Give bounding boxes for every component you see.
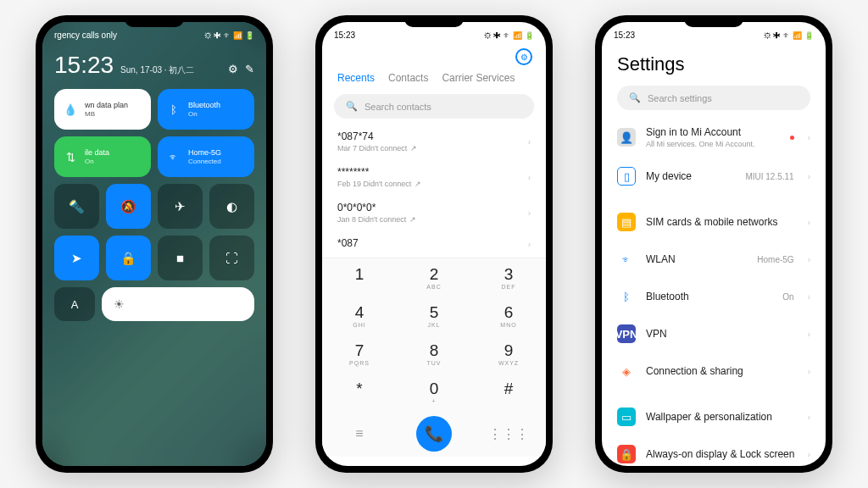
dialpad-icon[interactable]: ⋮⋮⋮ [471,426,546,442]
edit-icon[interactable]: ✎ [245,63,254,75]
phone-icon: ▯ [617,167,636,186]
vpn-row[interactable]: VPN VPN › [617,315,810,352]
key-1[interactable]: 1 [322,258,397,297]
call-row[interactable]: *087*74Mar 7 Didn't connect ↗ › [337,124,531,159]
screenshot-tile[interactable]: ⛶ [209,236,254,280]
dialer-tabs: Recents Contacts Carrier Services [322,67,546,89]
lock-icon: 🔒 [617,445,636,463]
wallpaper-row[interactable]: ▭ Wallpaper & personalization › [617,398,810,435]
notch [125,15,184,27]
auto-brightness-tile[interactable]: A [54,287,95,321]
vpn-icon: VPN [617,324,636,343]
chevron-right-icon: › [808,292,810,302]
chevron-right-icon: › [528,240,531,249]
status-time: 15:23 [614,30,635,40]
mobile-data-tile[interactable]: ⇅ ile dataOn [54,136,151,177]
chevron-right-icon: › [808,133,810,142]
outgoing-icon: ↗ [409,215,416,224]
drop-icon: 💧 [63,102,78,117]
key-2[interactable]: 2ABC [397,258,471,297]
airplane-tile[interactable]: ✈ [158,184,203,229]
sim-icon: ▤ [617,213,636,231]
cc-time: 15:23 [54,52,114,79]
status-icons: ⚙ ✱ ᯤ 📶 🔋 [484,31,534,40]
tab-carrier[interactable]: Carrier Services [442,72,515,84]
my-device-row[interactable]: ▯ My device MIUI 12.5.11 › [617,158,810,195]
key-hash[interactable]: # [471,373,546,411]
cc-header: 15:23 Sun, 17-03 · 初八二 ⚙ ✎ [54,52,254,79]
rotation-tile[interactable]: 🔒 [106,236,151,280]
chevron-right-icon: › [808,330,810,339]
wifi-tile[interactable]: ᯤ Home-5GConnected [158,136,254,177]
call-button[interactable]: 📞 [416,416,452,452]
chevron-right-icon: › [808,450,810,459]
bluetooth-tile[interactable]: ᛒ BluetoothOn [158,89,254,130]
wallpaper-icon: ▭ [617,408,636,426]
key-9[interactable]: 9WXYZ [471,335,546,373]
wifi-icon: ᯤ [617,250,636,269]
chevron-right-icon: › [808,413,810,422]
search-icon: 🔍 [346,101,358,112]
avatar-icon: 👤 [617,128,636,147]
call-row[interactable]: 0*0*0*0*Jan 8 Didn't connect ↗ › [337,195,531,230]
lockscreen-row[interactable]: 🔒 Always-on display & Lock screen › [617,435,810,466]
bluetooth-row[interactable]: ᛒ Bluetooth On › [617,278,810,315]
key-star[interactable]: * [322,373,397,411]
keypad: 1 2ABC 3DEF 4GHI 5JKL 6MNO 7PQRS 8TUV 9W… [322,258,546,457]
chevron-right-icon: › [808,367,810,376]
data-plan-tile[interactable]: 💧 wn data planMB [54,89,151,130]
call-row[interactable]: ********Feb 19 Didn't connect ↗ › [337,159,531,195]
chevron-right-icon: › [528,208,531,218]
key-5[interactable]: 5JKL [397,297,471,335]
tab-recents[interactable]: Recents [337,72,375,84]
tab-contacts[interactable]: Contacts [388,72,428,84]
key-7[interactable]: 7PQRS [322,335,397,373]
key-4[interactable]: 4GHI [322,297,397,335]
notch [684,15,743,27]
settings-title: Settings [617,53,810,75]
dnd-tile[interactable]: ◐ [209,184,254,229]
cc-date: Sun, 17-03 · 初八二 [120,64,194,76]
status-time: 15:23 [334,30,355,40]
outgoing-icon: ↗ [415,180,421,188]
call-row[interactable]: *087 › [337,230,531,258]
key-8[interactable]: 8TUV [397,335,471,373]
phone-dialer: 15:23 ⚙ ✱ ᯤ 📶 🔋 ⚙ Recents Contacts Carri… [315,15,553,473]
alert-dot [790,136,794,140]
chevron-right-icon: › [808,218,810,227]
data-icon: ⇅ [63,149,78,164]
key-6[interactable]: 6MNO [471,297,546,335]
phone-control-center: rgency calls only ⚙ ✱ ᯤ 📶 🔋 15:23 Sun, 1… [36,15,273,473]
location-tile[interactable]: ➤ [54,236,99,280]
chevron-right-icon: › [808,255,810,264]
key-0[interactable]: 0+ [397,373,471,411]
brightness-slider[interactable]: ☀ [102,287,254,321]
dialer-settings-icon[interactable]: ⚙ [515,48,532,65]
outgoing-icon: ↗ [410,144,417,152]
sim-row[interactable]: ▤ SIM cards & mobile networks › [617,203,810,241]
wlan-row[interactable]: ᯤ WLAN Home-5G › [617,241,810,278]
wifi-icon: ᯤ [166,149,181,164]
mute-tile[interactable]: 🔕 [106,184,151,229]
status-icons: ⚙ ✱ ᯤ 📶 🔋 [764,31,814,40]
status-icons: ⚙ ✱ ᯤ 📶 🔋 [204,31,254,40]
notch [404,15,464,27]
contacts-search[interactable]: 🔍 Search contacts [334,94,534,119]
record-tile[interactable]: ■ [158,236,203,280]
carrier-text: rgency calls only [54,30,117,40]
share-icon: ◈ [617,362,636,380]
bluetooth-icon: ᛒ [166,102,181,117]
chevron-right-icon: › [808,172,810,181]
chevron-right-icon: › [528,173,531,182]
connection-row[interactable]: ◈ Connection & sharing › [617,352,810,390]
key-3[interactable]: 3DEF [471,258,546,297]
settings-search[interactable]: 🔍 Search settings [617,86,810,110]
torch-tile[interactable]: 🔦 [54,184,99,229]
search-icon: 🔍 [629,92,641,103]
settings-icon[interactable]: ⚙ [228,63,238,75]
mi-account-row[interactable]: 👤 Sign in to Mi AccountAll Mi services. … [617,117,810,158]
bluetooth-icon: ᛒ [617,287,636,306]
phone-settings: 15:23 ⚙ ✱ ᯤ 📶 🔋 Settings 🔍 Search settin… [595,15,832,473]
chevron-right-icon: › [528,137,531,147]
menu-icon[interactable]: ≡ [322,426,397,441]
